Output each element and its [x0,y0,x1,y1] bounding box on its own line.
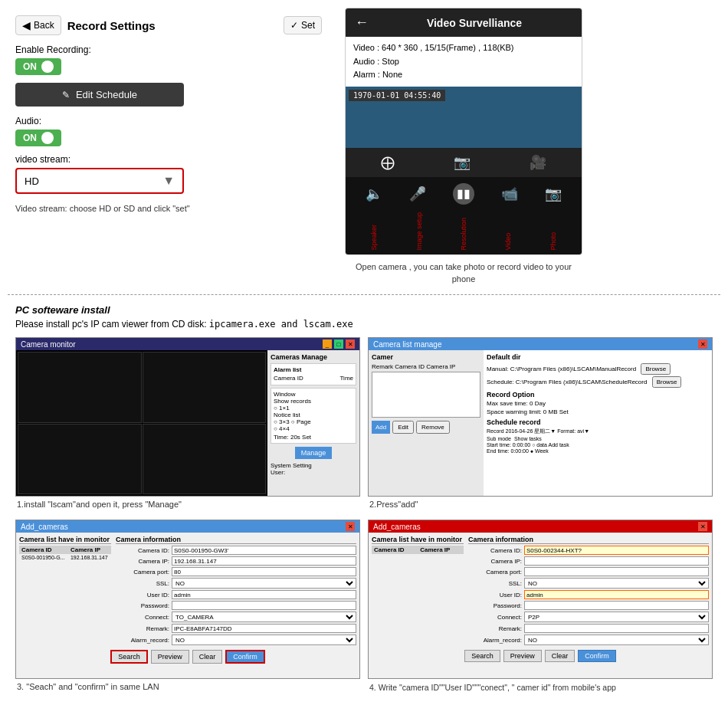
film-icon[interactable]: 🎥 [530,154,546,171]
video-camera-icon[interactable]: 📹 [501,185,518,202]
camera-ip-form-label: Camera IP: [116,558,169,565]
dialog-buttons-2: Search Preview Clear Confirm [372,650,709,662]
browse-schedule-btn[interactable]: Browse [652,376,682,388]
microphone-icon[interactable]: 🎤 [409,185,426,202]
camera-port-input-2[interactable] [524,567,709,576]
enable-recording-toggle[interactable]: ON [15,58,61,75]
set-button[interactable]: ✓ Set [284,16,322,34]
browse-manual-btn[interactable]: Browse [641,363,671,375]
close-button[interactable]: ✕ [346,339,355,349]
pc-section: PC softeware install Please install pc's… [8,304,720,697]
search-button[interactable]: Search [110,650,148,664]
pause-button[interactable]: ▮▮ [453,183,474,205]
hd-dropdown[interactable]: HD ▼ [15,168,184,194]
password-row: Password: [116,601,356,610]
connect-select-2[interactable]: P2P [524,612,709,622]
vs-timestamp: 1970-01-01 04:55:40 [349,90,445,101]
user-id-row-2: User ID: [468,590,709,599]
clear-button-2[interactable]: Clear [545,650,576,662]
preview-button-2[interactable]: Preview [503,650,542,662]
back-arrow-icon: ◀ [22,19,31,31]
edit-icon: ✎ [62,90,70,100]
manage-button[interactable]: Manage [295,447,333,459]
confirm-button[interactable]: Confirm [225,650,265,664]
image-icon[interactable]: 📷 [454,154,471,171]
manual-row: Manual: C:\Program Files (x86)\LSCAM\Man… [487,363,709,375]
camera-settings-right: Default dir Manual: C:\Program Files (x8… [484,350,712,496]
install-text: Please install pc's IP cam viewer from C… [15,319,206,330]
remove-button[interactable]: Remove [416,421,450,434]
alarm-record-select[interactable]: NO [172,635,356,645]
remark-input-2[interactable] [524,624,709,633]
minimize-button[interactable]: _ [323,339,332,349]
camera-ip-form-label-2: Camera IP: [468,558,522,565]
notice-list: Notice list [274,412,353,418]
close-button-3[interactable]: ✕ [346,522,355,531]
window-section: Window Show records ○ 1×1 Notice list ○ … [271,388,356,444]
camera-icon[interactable]: 📷 [545,185,562,202]
camera-id-input[interactable] [172,546,356,555]
camera-list-in-monitor-label: Camera list have in monitor [19,536,111,544]
video-stream-section: video stream: HD ▼ [15,154,322,194]
camera-list-table [372,372,480,418]
password-form-label-2: Password: [468,602,522,609]
crosshair-icon[interactable]: ⨁ [381,154,395,171]
remark-input[interactable] [172,624,356,633]
camera-ip-input[interactable] [172,556,356,566]
alarm-record-select-2[interactable]: NO [524,635,709,645]
password-input[interactable] [172,601,356,610]
connect-select[interactable]: TO_CAMERA [172,612,356,622]
titlebar-controls-4: ✕ [698,522,707,531]
preview-button[interactable]: Preview [151,650,189,664]
edit-button[interactable]: Edit [392,421,414,434]
vs-info: Video : 640 * 360 , 15/15(Frame) , 118(K… [346,37,582,87]
camera-id-input-2[interactable] [524,546,709,555]
monitor-table-2: Camera ID Camera IP [372,546,464,554]
set-label: Set [301,20,315,31]
audio-toggle[interactable]: ON [15,130,61,146]
camera-port-input[interactable] [172,567,356,576]
camera-monitor-titlebar: Camera monitor _ □ ✕ [16,338,359,350]
search-button-2[interactable]: Search [464,650,500,662]
show-records-label: Show records [274,398,353,405]
record-settings-panel: ◀ Back Record Settings ✓ Set Enable Reco… [8,8,330,285]
user-id-input-2[interactable] [524,590,709,599]
edit-schedule-button[interactable]: ✎ Edit Schedule [15,83,184,107]
vs-back-button[interactable]: ← [355,15,369,31]
screenshots-grid: Camera monitor _ □ ✕ [15,337,713,697]
close-button-4[interactable]: ✕ [698,522,707,531]
maximize-button[interactable]: □ [334,339,343,349]
screenshot-2: Camera list manage ✕ Camer Remark Camera… [368,337,713,512]
ssl-select-2[interactable]: NO [524,578,709,589]
3x3-option: ○ 3×3 ○ Page [274,418,353,425]
clear-button[interactable]: Clear [192,650,223,664]
back-button[interactable]: ◀ Back [15,15,61,35]
screenshot-2-caption: 2.Press"add" [368,497,713,512]
enable-recording-section: Enable Recording: ON [15,44,322,75]
time-row: Time: 20s Set [274,434,353,441]
4x4-option: ○ 4×4 [274,425,353,432]
vs-info-line1: Video : 640 * 360 , 15/15(Frame) , 118(K… [353,41,574,55]
vs-controls-top: ⨁ 📷 🎥 [346,148,582,177]
confirm-button-2[interactable]: Confirm [578,650,616,662]
camera-ip-input-2[interactable] [524,556,709,566]
add-cameras-title-2: Add_cameras [373,523,421,531]
add-cameras-titlebar-2: Add_cameras ✕ [369,520,712,533]
user-id-input[interactable] [172,590,356,599]
close-button-2[interactable]: ✕ [698,339,707,349]
password-input-2[interactable] [524,601,709,610]
dialog-left-2: Camera list have in monitor Camera ID Ca… [372,536,464,647]
camera-info-right: Camera information Camera ID: Camera IP: [116,536,356,647]
add-button[interactable]: Add [372,421,390,434]
alarm-record-row: Alarm_record: NO [116,635,356,645]
ssl-select[interactable]: NO [172,578,356,589]
list-action-buttons: Add Edit Remove [372,421,480,434]
camera-id-form-label-2: Camera ID: [468,547,522,554]
remark-row: Remark: [116,624,356,633]
photo-label: Photo [549,212,557,251]
camera-id-row-2: Camera ID: [468,546,709,555]
audio-section: Audio: ON [15,116,322,146]
camera-list-title: Camera list manage [373,340,441,349]
speaker-icon[interactable]: 🔈 [366,185,382,202]
screenshot-4-caption: 4. Write "camera ID""User ID"""conect", … [368,679,713,697]
